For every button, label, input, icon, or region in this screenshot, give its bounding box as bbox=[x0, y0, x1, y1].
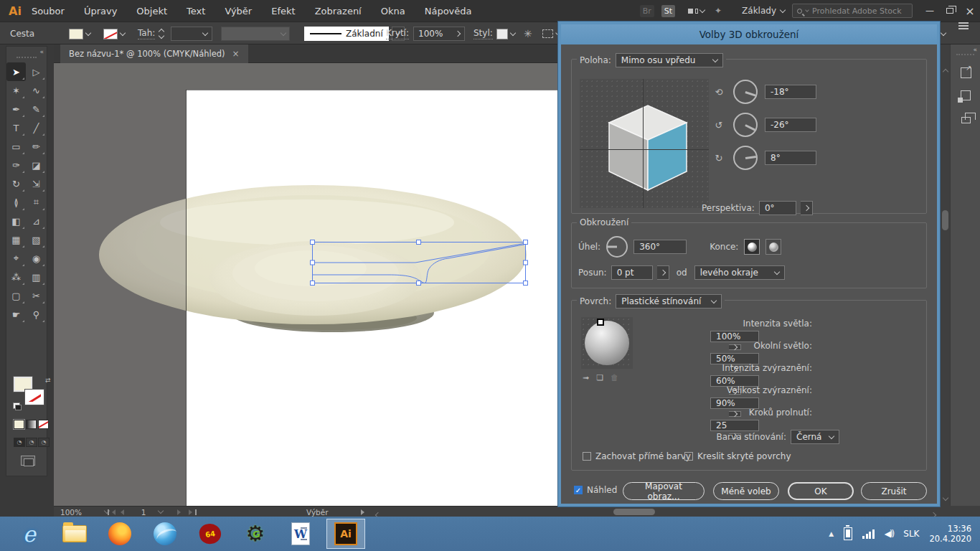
perspective-stepper[interactable] bbox=[801, 201, 813, 215]
curvature-tool[interactable]: ✎ bbox=[27, 100, 46, 118]
next-artboard-button[interactable] bbox=[177, 507, 181, 517]
track-cube-preview[interactable] bbox=[580, 79, 709, 208]
dock-grip[interactable] bbox=[956, 54, 974, 59]
move-light-back-icon[interactable]: ➟ bbox=[583, 373, 589, 382]
rotation-dial[interactable] bbox=[733, 80, 758, 104]
document-tab[interactable]: Bez názvu-1* @ 100% (CMYK/Náhled) × bbox=[60, 44, 248, 63]
ok-button[interactable]: OK bbox=[788, 482, 854, 500]
artboard-number-select[interactable]: 1 bbox=[131, 507, 163, 517]
artboard-tool[interactable]: ▢ bbox=[6, 286, 26, 305]
menu-vyber[interactable]: Výběr bbox=[225, 6, 252, 17]
fill-color-picker[interactable] bbox=[69, 22, 90, 45]
expand-panels-icon[interactable]: « bbox=[951, 44, 980, 54]
taskbar-illustrator-icon[interactable]: Ai bbox=[326, 519, 365, 549]
offset-stepper[interactable] bbox=[657, 265, 669, 280]
taskbar-internet-explorer-icon[interactable]: e bbox=[10, 519, 49, 549]
paintbrush-tool[interactable]: ✏ bbox=[27, 137, 46, 156]
draw-normal-button[interactable]: ◔ bbox=[14, 438, 25, 447]
first-artboard-button[interactable] bbox=[108, 507, 116, 517]
cap-hollow-button[interactable] bbox=[765, 239, 781, 255]
vertical-scrollbar[interactable] bbox=[940, 63, 950, 506]
recolor-artwork-icon[interactable]: ✳ bbox=[524, 22, 532, 45]
hand-tool[interactable]: ☛ bbox=[6, 305, 26, 324]
selection-tool[interactable]: ➤ bbox=[6, 62, 26, 81]
blend-tool[interactable]: ◉ bbox=[27, 249, 46, 268]
preview-checkbox[interactable]: ✓Náhled bbox=[574, 485, 617, 495]
prev-artboard-button[interactable] bbox=[121, 507, 124, 517]
new-light-icon[interactable]: ❏ bbox=[596, 373, 603, 382]
taskbar-gear-app-icon[interactable]: ⚙G bbox=[236, 519, 275, 549]
search-adobe-stock-input[interactable]: Prohledat Adobe Stock bbox=[792, 4, 913, 18]
draw-behind-button[interactable]: ◔ bbox=[26, 438, 37, 447]
pen-tool[interactable]: ✒ bbox=[6, 100, 26, 118]
perspective-input[interactable]: 0° bbox=[759, 201, 796, 215]
opacity-input[interactable]: 100% bbox=[413, 22, 465, 45]
dialog-title[interactable]: Volby 3D obkroužení bbox=[561, 24, 937, 44]
width-tool[interactable]: ≬ bbox=[6, 193, 26, 212]
stroke-swatch[interactable] bbox=[25, 390, 44, 405]
symbol-sprayer-tool[interactable]: ⁂ bbox=[6, 268, 26, 286]
stroke-weight-label[interactable]: Tah: bbox=[138, 22, 155, 45]
rotate-tool[interactable]: ↻ bbox=[6, 174, 26, 193]
taskbar-file-explorer-icon[interactable] bbox=[55, 519, 94, 549]
graphic-style-select[interactable] bbox=[496, 22, 515, 45]
menu-okna[interactable]: Okna bbox=[381, 6, 405, 17]
last-artboard-button[interactable] bbox=[189, 507, 197, 517]
close-tab-icon[interactable]: × bbox=[232, 49, 240, 59]
rotation-input[interactable]: 8° bbox=[765, 151, 816, 165]
horizontal-scrollbar[interactable] bbox=[374, 506, 940, 517]
default-fill-stroke-icon[interactable] bbox=[13, 402, 20, 409]
minimize-button[interactable]: — bbox=[920, 0, 940, 22]
tray-expand-icon[interactable]: ▲ bbox=[829, 530, 834, 537]
menu-upravy[interactable]: Úpravy bbox=[84, 6, 117, 17]
type-tool[interactable]: T bbox=[6, 118, 26, 137]
magic-wand-tool[interactable]: ✶ bbox=[6, 81, 26, 100]
free-transform-tool[interactable]: ⌗ bbox=[27, 193, 46, 212]
offset-from-select[interactable]: levého okraje bbox=[694, 265, 785, 280]
delete-light-icon[interactable]: 🗑 bbox=[611, 373, 618, 382]
light-point-handle[interactable] bbox=[597, 319, 604, 326]
bridge-icon[interactable]: Br bbox=[640, 5, 654, 17]
lasso-tool[interactable]: ∿ bbox=[27, 81, 46, 100]
toolbar-grip[interactable] bbox=[17, 57, 37, 62]
surface-select[interactable]: Plastické stínování bbox=[616, 294, 722, 309]
network-signal-icon[interactable] bbox=[862, 529, 875, 539]
light-sphere-preview[interactable] bbox=[581, 317, 633, 369]
draw-hidden-faces-checkbox[interactable]: Kreslit skryté povrchy bbox=[684, 451, 791, 461]
position-select[interactable]: Mimo osu vpředu bbox=[616, 53, 723, 67]
rotation-input[interactable]: -26° bbox=[765, 118, 816, 132]
vertical-scroll-thumb[interactable] bbox=[942, 210, 948, 230]
menu-objekt[interactable]: Objekt bbox=[136, 6, 167, 17]
cancel-button[interactable]: Zrušit bbox=[861, 482, 927, 500]
zoom-tool[interactable]: ⚲ bbox=[27, 305, 46, 324]
selected-path[interactable] bbox=[308, 237, 532, 291]
export-panel-icon[interactable]: ↗ bbox=[956, 63, 975, 82]
slice-tool[interactable]: ✂ bbox=[27, 286, 46, 305]
eyedropper-tool[interactable]: ⌖ bbox=[6, 249, 26, 268]
shaper-tool[interactable]: ✑ bbox=[6, 156, 26, 174]
surface-option-input[interactable]: Černá bbox=[791, 430, 839, 444]
taskbar-firefox-icon[interactable] bbox=[100, 519, 139, 549]
map-art-button[interactable]: Mapovat obraz... bbox=[623, 482, 705, 500]
horizontal-scroll-thumb[interactable] bbox=[613, 509, 655, 515]
shape-builder-tool[interactable]: ◧ bbox=[6, 212, 26, 230]
gradient-tool[interactable]: ▧ bbox=[27, 230, 46, 249]
swap-fill-stroke-icon[interactable]: ⇄ bbox=[45, 377, 51, 384]
taskbar-word-icon[interactable]: W bbox=[281, 519, 320, 549]
scale-tool[interactable]: ⇲ bbox=[27, 174, 46, 193]
perspective-grid-tool[interactable]: ⊿ bbox=[27, 212, 46, 230]
orientation-cube[interactable] bbox=[580, 79, 709, 208]
cap-solid-button[interactable] bbox=[744, 239, 760, 255]
volume-icon[interactable]: ◀)) bbox=[885, 529, 894, 539]
line-segment-tool[interactable]: ╱ bbox=[27, 118, 46, 137]
direct-selection-tool[interactable]: ▷ bbox=[27, 62, 46, 81]
color-mode-button[interactable] bbox=[14, 420, 24, 429]
arrange-documents-icon[interactable] bbox=[688, 9, 705, 14]
clock[interactable]: 13:36 20.4.2020 bbox=[929, 524, 971, 544]
rectangle-tool[interactable]: ▭ bbox=[6, 137, 26, 156]
stroke-weight-select[interactable] bbox=[171, 22, 212, 45]
restore-button[interactable] bbox=[940, 0, 960, 22]
angle-dial[interactable] bbox=[606, 236, 628, 258]
opacity-label[interactable]: Krytí: bbox=[386, 22, 409, 45]
rotation-dial[interactable] bbox=[733, 113, 758, 137]
